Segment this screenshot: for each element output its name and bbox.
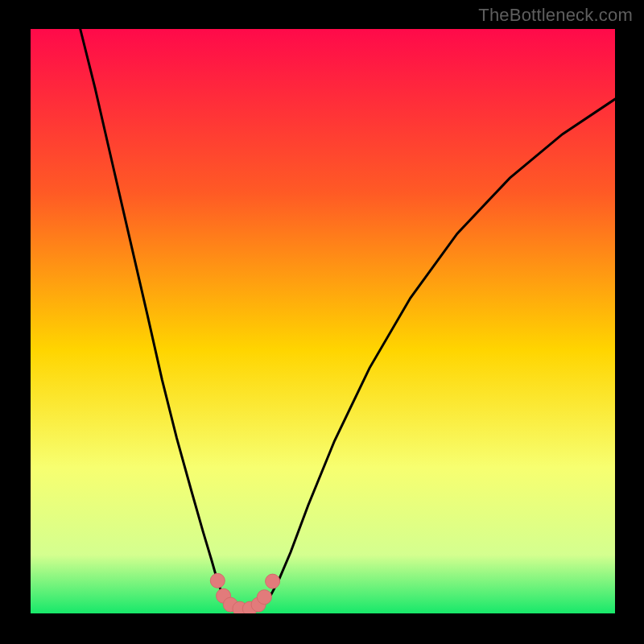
plot-background xyxy=(31,29,615,613)
bottleneck-chart xyxy=(31,29,615,613)
marker-dot xyxy=(266,574,280,588)
chart-frame: TheBottleneck.com xyxy=(0,0,644,644)
marker-dot xyxy=(257,590,271,605)
marker-dot xyxy=(210,573,225,588)
watermark-text: TheBottleneck.com xyxy=(478,5,633,26)
